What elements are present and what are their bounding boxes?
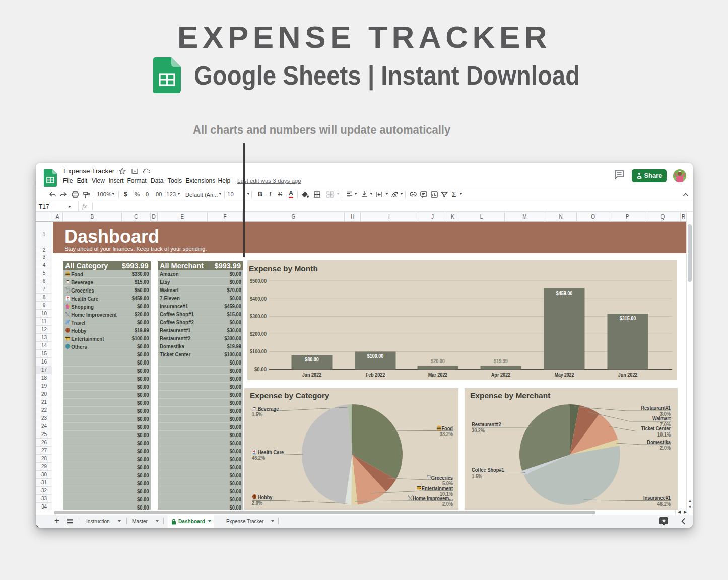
svg-text:$100.00: $100.00 [250, 349, 267, 354]
svg-text:$400.00: $400.00 [250, 296, 267, 302]
svg-text:$80.00: $80.00 [305, 356, 319, 362]
svg-text:$300.00: $300.00 [250, 314, 267, 319]
svg-text:Feb 2022: Feb 2022 [366, 372, 385, 378]
svg-text:$200.00: $200.00 [250, 331, 267, 337]
svg-text:Jun 2022: Jun 2022 [618, 372, 638, 378]
svg-text:$20.00: $20.00 [431, 358, 445, 364]
svg-text:Jan 2022: Jan 2022 [302, 372, 322, 378]
svg-text:May 2022: May 2022 [555, 372, 574, 378]
svg-text:$100.00: $100.00 [367, 353, 384, 359]
svg-text:$315.00: $315.00 [620, 315, 636, 321]
svg-text:$500.00: $500.00 [250, 278, 267, 284]
svg-text:$459.00: $459.00 [556, 290, 573, 296]
svg-text:Apr 2022: Apr 2022 [491, 372, 511, 378]
svg-text:Mar 2022: Mar 2022 [428, 372, 448, 378]
svg-text:$19.99: $19.99 [494, 358, 508, 364]
svg-text:$0.00: $0.00 [254, 367, 267, 372]
